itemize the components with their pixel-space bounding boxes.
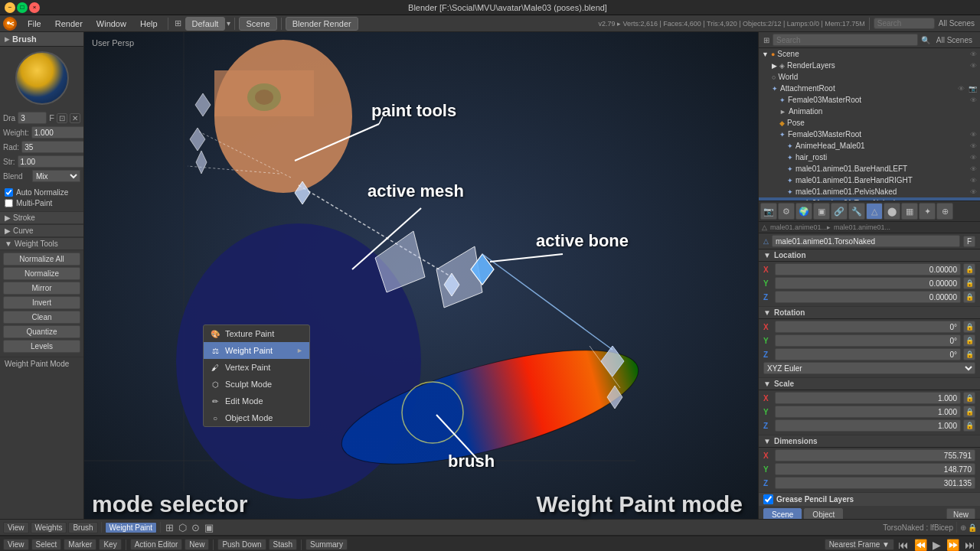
play-icon[interactable]: ▶ <box>931 539 942 551</box>
scale-z[interactable] <box>775 419 961 432</box>
quantize-btn[interactable]: Quantize <box>3 325 80 338</box>
dim-x[interactable] <box>775 449 975 461</box>
tree-item-animation[interactable]: ► Animation <box>759 106 980 117</box>
timeline-new-btn[interactable]: New <box>185 539 209 550</box>
menu-help[interactable]: Help <box>134 18 164 30</box>
rotation-mode-select[interactable]: XYZ Euler <box>763 362 975 374</box>
vp-icon-2[interactable]: ⬡ <box>177 522 188 533</box>
grease-pencil-new-btn[interactable]: New <box>946 508 975 519</box>
tree-item-hairrosti[interactable]: ✦ hair_rosti 👁 <box>759 152 980 163</box>
normalize-all-btn[interactable]: Normalize All <box>3 253 80 266</box>
weight-tools-section-header[interactable]: ▼ Weight Tools <box>0 237 83 250</box>
rot-z-lock[interactable]: 🔒 <box>963 348 975 360</box>
dra-input[interactable] <box>18 112 47 124</box>
mode-item-texture-paint[interactable]: 🎨 Texture Paint <box>204 325 309 342</box>
engine-selector[interactable]: Blender Render <box>286 17 358 31</box>
vp-global-local[interactable]: ⊕ <box>960 523 966 532</box>
rot-x[interactable] <box>775 321 961 333</box>
object-props-btn[interactable]: ▣ <box>813 203 830 220</box>
scale-y[interactable] <box>775 406 961 418</box>
step-forward-icon[interactable]: ⏩ <box>945 539 961 551</box>
curve-section-header[interactable]: ▶ Curve <box>0 224 83 237</box>
tree-item-renderlayers[interactable]: ▶ ◈ RenderLayers 👁 <box>759 60 980 71</box>
radius-input[interactable] <box>21 141 84 153</box>
mesh-data-btn[interactable]: △ <box>866 203 883 220</box>
loc-x[interactable] <box>775 263 961 276</box>
loc-y-lock[interactable]: 🔒 <box>963 277 975 289</box>
action-editor-btn[interactable]: Action Editor <box>130 539 183 550</box>
minimize-button[interactable]: − <box>5 2 15 13</box>
summary-btn[interactable]: Summary <box>305 539 348 550</box>
paint-icon[interactable]: ⊡ <box>57 113 67 123</box>
loc-z-lock[interactable]: 🔒 <box>963 291 975 303</box>
material-btn[interactable]: ⬤ <box>884 203 900 220</box>
dim-y[interactable] <box>775 463 975 475</box>
strength-input[interactable] <box>18 155 84 168</box>
texture-btn[interactable]: ▦ <box>901 203 918 220</box>
maximize-button[interactable]: □ <box>17 2 28 13</box>
push-down-btn[interactable]: Push Down <box>217 539 266 550</box>
vp-view-btn[interactable]: View <box>3 522 29 533</box>
tree-item-female03masterroot[interactable]: ✦ Female03MasterRoot 👁 <box>759 94 980 106</box>
world-props-btn[interactable]: 🌍 <box>795 203 812 220</box>
grease-pencil-scene-btn[interactable]: Scene <box>763 508 802 519</box>
scene-props-btn[interactable]: ⚙ <box>778 203 795 220</box>
close-button[interactable]: × <box>29 2 40 13</box>
mode-item-weight-paint[interactable]: ⚖ Weight Paint ► <box>204 342 309 359</box>
workspace-default[interactable]: Default <box>185 17 226 31</box>
tree-item-world[interactable]: ○ World <box>759 71 980 83</box>
vp-snap-btn[interactable]: 🔒 <box>968 523 977 532</box>
grease-pencil-object-btn[interactable]: Object <box>804 508 843 519</box>
f-key-badge[interactable]: F <box>963 236 975 247</box>
rot-y[interactable] <box>775 334 961 347</box>
modifier-btn[interactable]: 🔧 <box>848 203 865 220</box>
physics-btn[interactable]: ⊕ <box>936 203 953 220</box>
search-input[interactable] <box>874 18 935 29</box>
rot-z[interactable] <box>775 348 961 360</box>
active-object-name-input[interactable] <box>772 235 960 247</box>
mode-item-edit[interactable]: ✏ Edit Mode <box>204 393 309 409</box>
dim-z[interactable] <box>775 477 975 489</box>
scale-section-header[interactable]: ▼ Scale <box>759 377 980 390</box>
mode-item-vertex-paint[interactable]: 🖌 Vertex Paint <box>204 359 309 376</box>
normalize-btn[interactable]: Normalize <box>3 267 80 280</box>
tree-item-scene[interactable]: ▼ ● Scene 👁 <box>759 48 980 60</box>
skip-end-icon[interactable]: ⏭ <box>963 539 977 551</box>
tree-item-pose[interactable]: ◆ Pose <box>759 117 980 129</box>
scale-z-lock[interactable]: 🔒 <box>963 419 975 432</box>
grease-pencil-enabled[interactable] <box>763 494 773 504</box>
tree-item-barehanleft[interactable]: ✦ male01.anime01.BareHandLEFT 👁 <box>759 163 980 174</box>
mode-item-object[interactable]: ○ Object Mode <box>204 409 309 426</box>
scale-x[interactable] <box>775 392 961 404</box>
tree-item-barehanright[interactable]: ✦ male01.anime01.BareHandRIGHT 👁 <box>759 174 980 186</box>
tree-item-attachmentroot[interactable]: ✦ AttachmentRoot 👁 📷 <box>759 83 980 94</box>
all-scenes-btn[interactable]: All Scenes <box>933 36 975 44</box>
scale-y-lock[interactable]: 🔒 <box>963 406 975 418</box>
multi-paint-checkbox[interactable] <box>5 199 13 207</box>
constraints-btn[interactable]: 🔗 <box>831 203 848 220</box>
dimensions-section-header[interactable]: ▼ Dimensions <box>759 435 980 448</box>
scene-selector[interactable]: Scene <box>239 17 276 31</box>
skip-start-icon[interactable]: ⏮ <box>897 539 910 551</box>
stroke-section-header[interactable]: ▶ Stroke <box>0 211 83 224</box>
loc-z[interactable] <box>775 291 961 303</box>
blend-select[interactable]: MixAddSubtractMultiply <box>32 170 80 182</box>
menu-render[interactable]: Render <box>49 18 89 30</box>
nearest-frame-btn[interactable]: Nearest Frame ▼ <box>825 539 894 550</box>
timeline-key-btn[interactable]: Key <box>99 539 121 550</box>
stash-btn[interactable]: Stash <box>269 539 298 550</box>
scale-x-lock[interactable]: 🔒 <box>963 392 975 404</box>
rotation-section-header[interactable]: ▼ Rotation <box>759 306 980 319</box>
loc-y[interactable] <box>775 277 961 289</box>
mirror-btn[interactable]: Mirror <box>3 282 80 295</box>
rot-y-lock[interactable]: 🔒 <box>963 334 975 347</box>
levels-btn[interactable]: Levels <box>3 340 80 353</box>
mode-item-sculpt[interactable]: ⬡ Sculpt Mode <box>204 376 309 393</box>
step-back-icon[interactable]: ⏪ <box>913 539 929 551</box>
location-section-header[interactable]: ▼ Location <box>759 249 980 262</box>
outliner-search[interactable] <box>773 34 918 46</box>
vp-weights-btn[interactable]: Weights <box>31 522 67 533</box>
vp-icon-4[interactable]: ▣ <box>203 522 215 533</box>
render-props-btn[interactable]: 📷 <box>760 203 777 220</box>
workspace-arrow[interactable]: ▾ <box>227 19 230 28</box>
